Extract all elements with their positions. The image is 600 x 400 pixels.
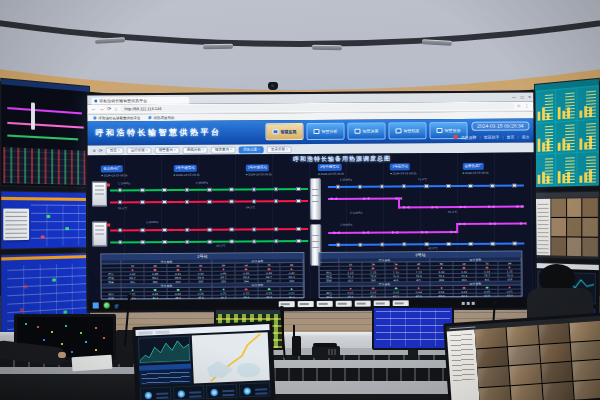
- valve-bowtie-icon[interactable]: ▶◀: [489, 222, 495, 227]
- star-icon[interactable]: ☆: [517, 104, 522, 109]
- valve-icon[interactable]: [358, 184, 363, 189]
- valve-icon[interactable]: [140, 200, 145, 205]
- valve-bowtie-icon[interactable]: ▶◀: [516, 205, 522, 210]
- tray-icon[interactable]: [467, 301, 470, 304]
- valve-bowtie-icon[interactable]: ▶◀: [421, 230, 427, 235]
- workspace-tab[interactable]: 运行监视×: [127, 147, 152, 154]
- valve-icon[interactable]: [229, 187, 234, 192]
- valve-icon[interactable]: [274, 227, 279, 232]
- tab-close-icon[interactable]: ×: [174, 148, 176, 152]
- burger-icon[interactable]: ≡: [93, 148, 96, 154]
- tab-close-icon[interactable]: ×: [230, 148, 232, 152]
- back-icon[interactable]: ←: [91, 106, 96, 111]
- valve-icon[interactable]: [252, 239, 257, 244]
- valve-icon[interactable]: [446, 242, 451, 247]
- maximize-icon[interactable]: ▢: [520, 95, 524, 100]
- valve-icon[interactable]: [185, 187, 190, 192]
- valve-icon[interactable]: [336, 184, 341, 189]
- refresh-icon[interactable]: ⟳: [99, 147, 103, 153]
- antivirus-icon[interactable]: [104, 302, 110, 308]
- workspace-tab[interactable]: 首页×: [106, 147, 124, 154]
- user-link[interactable]: 值班助手: [483, 134, 499, 139]
- valve-icon[interactable]: [140, 188, 145, 193]
- valve-icon[interactable]: [468, 241, 473, 246]
- station-chip[interactable]: 金桥热源厂: [462, 163, 484, 170]
- workspace-tab[interactable]: 全景监视×: [267, 146, 292, 153]
- nav-button[interactable]: 智慧分析: [306, 123, 344, 140]
- valve-icon[interactable]: [380, 242, 385, 247]
- valve-icon[interactable]: [207, 187, 212, 192]
- valve-icon[interactable]: [296, 199, 301, 204]
- nav-button[interactable]: 智慧监视: [265, 123, 303, 140]
- url-field[interactable]: http://68.111.114.134: [121, 103, 514, 113]
- valve-icon[interactable]: [163, 228, 168, 233]
- home-icon[interactable]: ⌂: [115, 106, 118, 111]
- valve-icon[interactable]: [230, 239, 235, 244]
- valve-icon[interactable]: [402, 242, 407, 247]
- close-icon[interactable]: ✕: [528, 94, 531, 99]
- valve-icon[interactable]: [468, 183, 473, 188]
- valve-icon[interactable]: [207, 239, 212, 244]
- valve-icon[interactable]: [229, 199, 234, 204]
- valve-icon[interactable]: [296, 187, 301, 192]
- valve-icon[interactable]: [336, 242, 341, 247]
- workspace-tab[interactable]: 报警查询×: [155, 146, 180, 153]
- valve-icon[interactable]: [207, 227, 212, 232]
- valve-icon[interactable]: [140, 240, 145, 245]
- valve-icon[interactable]: [402, 184, 407, 189]
- forward-icon[interactable]: →: [99, 106, 104, 111]
- valve-icon[interactable]: [207, 199, 212, 204]
- taskbar-window-button[interactable]: [298, 301, 314, 307]
- valve-icon[interactable]: [513, 241, 518, 246]
- valve-icon[interactable]: [274, 187, 279, 192]
- valve-bowtie-icon[interactable]: ▶◀: [333, 231, 339, 236]
- valve-icon[interactable]: [118, 228, 123, 233]
- station-chip[interactable]: 3号中继泵站: [318, 164, 342, 171]
- station-chip[interactable]: 金山热电厂: [101, 165, 123, 172]
- valve-bowtie-icon[interactable]: ▶◀: [392, 230, 398, 235]
- valve-bowtie-icon[interactable]: ▶◀: [460, 205, 466, 210]
- workspace-tab[interactable]: 曲线分析×: [183, 146, 208, 153]
- reload-icon[interactable]: ⟳: [107, 106, 111, 111]
- valve-bowtie-icon[interactable]: ▶◀: [459, 222, 465, 227]
- valve-icon[interactable]: [185, 199, 190, 204]
- valve-icon[interactable]: [252, 227, 257, 232]
- valve-bowtie-icon[interactable]: ▶◀: [488, 205, 494, 210]
- valve-icon[interactable]: [296, 239, 301, 244]
- valve-icon[interactable]: [296, 227, 301, 232]
- valve-icon[interactable]: [274, 239, 279, 244]
- taskbar-window-button[interactable]: [355, 301, 371, 307]
- workspace-tab[interactable]: 报表查询×: [211, 146, 236, 153]
- tab-close-icon[interactable]: ×: [258, 147, 260, 151]
- taskbar-window-button[interactable]: [317, 301, 333, 307]
- valve-bowtie-icon[interactable]: ▶◀: [331, 197, 337, 202]
- minimize-icon[interactable]: —: [512, 95, 516, 100]
- valve-icon[interactable]: [490, 183, 495, 188]
- valve-icon[interactable]: [490, 241, 495, 246]
- tab-close-icon[interactable]: ×: [202, 148, 204, 152]
- valve-icon[interactable]: [229, 227, 234, 232]
- bookmark-item[interactable]: 供热调度系统: [148, 115, 174, 119]
- station-chip[interactable]: 1号隔压站: [390, 163, 410, 170]
- user-link[interactable]: 消息提醒: [460, 134, 476, 139]
- nav-button[interactable]: 智慧档案: [388, 122, 426, 139]
- menu-icon[interactable]: ⋮: [524, 103, 529, 108]
- station-chip[interactable]: 2号中继泵站: [246, 164, 270, 171]
- valve-bowtie-icon[interactable]: ▶◀: [403, 205, 409, 210]
- taskbar-window-button[interactable]: [336, 301, 352, 307]
- valve-icon[interactable]: [252, 199, 257, 204]
- start-icon[interactable]: [93, 302, 99, 308]
- valve-bowtie-icon[interactable]: ▶◀: [520, 221, 526, 226]
- valve-bowtie-icon[interactable]: ▶◀: [363, 231, 369, 236]
- valve-bowtie-icon[interactable]: ▶◀: [363, 197, 369, 202]
- tab-close-icon[interactable]: ×: [146, 148, 148, 152]
- edge-browser-icon[interactable]: e: [115, 302, 119, 309]
- valve-icon[interactable]: [118, 188, 123, 193]
- valve-icon[interactable]: [274, 199, 279, 204]
- tab-close-icon[interactable]: ×: [286, 147, 288, 151]
- valve-icon[interactable]: [185, 227, 190, 232]
- valve-icon[interactable]: [140, 228, 145, 233]
- user-link[interactable]: 首页: [506, 134, 514, 139]
- valve-icon[interactable]: [162, 200, 167, 205]
- valve-icon[interactable]: [512, 183, 517, 188]
